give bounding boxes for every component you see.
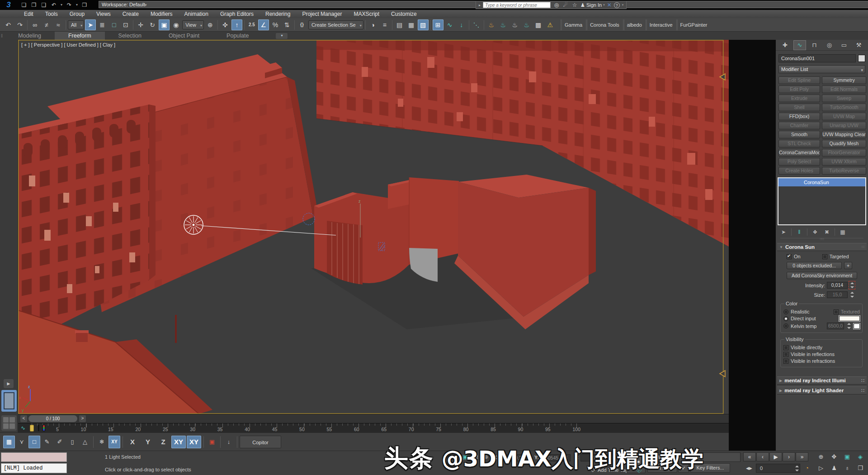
select-and-link-icon[interactable]: ∞ — [29, 19, 40, 30]
on-checkbox[interactable] — [787, 254, 792, 259]
direct-input-color-swatch[interactable] — [839, 316, 860, 321]
docked-toolbar-label[interactable]: Interactive — [646, 19, 673, 30]
ribbon-tab[interactable]: Selection — [105, 32, 155, 40]
modifier-button[interactable]: TurboReverse — [822, 167, 866, 175]
menu-item[interactable]: Customize — [385, 10, 423, 18]
viewport-layout-quad-button[interactable] — [1, 415, 17, 431]
3dsmax-logo-icon[interactable]: 3MAX — [2, 0, 15, 10]
modifier-button[interactable]: UVW Map — [822, 113, 866, 120]
undo-icon[interactable]: ↶ — [3, 19, 14, 30]
remove-modifier-icon[interactable]: ✖ — [823, 229, 831, 235]
modifier-button[interactable]: Edit Spline — [778, 76, 820, 84]
rendered-frame-window-icon[interactable]: ↓ — [456, 19, 467, 30]
kelvin-temp-radio[interactable] — [783, 323, 788, 328]
zoom-region-icon[interactable]: ◈ — [854, 452, 867, 461]
bind-to-space-warp-icon[interactable]: ≈ — [53, 19, 64, 30]
size-field[interactable]: 15,0 — [827, 291, 848, 298]
time-configuration-icon[interactable]: ◔ — [802, 464, 812, 473]
modifier-button[interactable]: Shell — [778, 104, 820, 111]
maxscript-listener-line[interactable]: [NLM] Loaded — [1, 463, 67, 473]
restrict-plane-cycle-button[interactable]: XY — [187, 436, 201, 448]
scene-explorer-icon[interactable]: ▤ — [394, 19, 405, 30]
default-in-tangent-icon[interactable]: ▯ — [66, 436, 78, 448]
docked-toolbar-label[interactable]: FurGPainter — [676, 19, 708, 30]
modifier-button[interactable]: Unwrap UVW — [822, 122, 866, 129]
open-file-icon[interactable]: ❐ — [30, 1, 38, 9]
render-setup-icon[interactable]: ♨ — [486, 19, 497, 30]
rectangular-selection-region-icon[interactable]: □ — [108, 19, 119, 30]
targeted-checkbox[interactable] — [822, 254, 827, 259]
modifier-button[interactable]: Extrude — [778, 95, 820, 102]
walk-through-icon[interactable]: ♟ — [828, 464, 840, 473]
next-frame-icon[interactable]: › — [783, 452, 795, 461]
modifier-stack-item[interactable]: CoronaSun — [778, 178, 865, 186]
separator[interactable] — [93, 436, 94, 448]
sign-in-button[interactable]: ♟Sign In▾ — [580, 2, 605, 8]
current-frame-field[interactable]: 0 — [756, 464, 800, 473]
named-selection-sets-icon[interactable]: {} — [297, 19, 307, 30]
default-out-tangent-icon[interactable]: △ — [79, 436, 91, 448]
select-by-name-icon[interactable]: ≣ — [97, 19, 108, 30]
communication-center-icon[interactable]: ☄ — [562, 2, 569, 8]
menu-item[interactable]: MAXScript — [348, 10, 385, 18]
exclude-add-button[interactable]: + — [844, 262, 852, 269]
zoom-icon[interactable]: ⊕ — [815, 452, 827, 461]
mirror-icon[interactable]: ◑ — [368, 19, 378, 30]
modifier-button[interactable]: Edit Poly — [778, 86, 820, 93]
selection-set-dropdown[interactable]: Create Selection Se — [308, 20, 363, 29]
previous-frame-icon[interactable]: ‹ — [756, 452, 769, 461]
modifier-button[interactable]: Symmetry — [822, 76, 866, 84]
window-crossing-icon[interactable]: ⊡ — [120, 19, 131, 30]
menu-item[interactable]: Tools — [39, 10, 64, 18]
ribbon-tab[interactable]: Modeling — [5, 32, 55, 40]
schematic-view-icon[interactable]: ⋱ — [471, 19, 482, 30]
hierarchy-tab-icon[interactable]: ⊓ — [809, 41, 821, 50]
frame-step-arrows-icon[interactable]: ◀▶ — [743, 464, 755, 473]
separator[interactable] — [27, 20, 28, 30]
next-frame-button[interactable]: > — [79, 415, 86, 422]
restrict-xy-plane-button[interactable]: XY — [171, 436, 186, 448]
separator[interactable] — [237, 436, 237, 448]
mini-curve-editor-icon[interactable]: ∿ — [21, 425, 25, 431]
collapsed-rollout-header[interactable]: ▶mental ray Light Shader∷ — [777, 386, 867, 394]
create-tab-icon[interactable]: ✚ — [779, 41, 791, 50]
percent-snap-icon[interactable]: % — [270, 19, 281, 30]
configure-modifier-sets-icon[interactable]: ▦ — [839, 229, 847, 235]
docked-toolbar-label[interactable]: albedo — [623, 19, 642, 30]
separator[interactable] — [133, 20, 133, 30]
modifier-button[interactable]: CoronaCameraMod — [778, 149, 820, 157]
corona-sun-rollout-header[interactable]: ▼Corona Sun∷ — [777, 243, 867, 251]
selection-filter-dropdown[interactable]: All — [68, 20, 84, 29]
modifier-button[interactable]: UVW Mapping Clear — [822, 131, 866, 138]
rollout-resize-handle[interactable]: ∷∷ — [780, 238, 863, 242]
modifier-button[interactable]: Chamfer — [778, 122, 820, 129]
kelvin-temp-field[interactable]: 6500,0 — [827, 323, 844, 329]
curve-editor-icon[interactable]: ⊞ — [433, 19, 443, 30]
make-unique-icon[interactable]: ❖ — [811, 229, 819, 235]
restrict-z-button[interactable]: Z — [156, 436, 170, 448]
quick-access-more-icon[interactable]: ▾ — [145, 3, 147, 7]
direct-input-radio[interactable] — [783, 316, 788, 321]
modifier-button[interactable]: Edit Normals — [822, 86, 866, 93]
axis-lock-xy-icon[interactable]: XY — [108, 436, 120, 448]
manage-scene-states-icon[interactable]: ▧ — [418, 19, 429, 30]
ribbon-tab[interactable]: Object Paint — [155, 32, 213, 40]
kelvin-temp-spinner[interactable] — [846, 323, 851, 329]
pin-stack-icon[interactable]: ➤ — [779, 229, 788, 235]
select-object-icon[interactable]: ➤ — [85, 19, 96, 30]
warning-icon[interactable]: ⚠ — [545, 19, 556, 30]
select-and-manipulate-icon[interactable]: ✜ — [220, 19, 231, 30]
utilities-tab-icon[interactable]: ⚒ — [853, 41, 865, 50]
search-collapse-icon[interactable]: ▸ — [479, 3, 481, 7]
modifier-button[interactable]: TurboSmooth — [822, 104, 866, 111]
separator[interactable] — [220, 436, 221, 448]
new-file-icon[interactable]: ❏ — [20, 1, 28, 9]
separator[interactable] — [392, 20, 392, 30]
intensity-spinner[interactable] — [849, 282, 854, 289]
render-frame-window-icon[interactable]: ♨ — [498, 19, 509, 30]
state-sets-icon[interactable]: ▩ — [533, 19, 544, 30]
separator[interactable] — [203, 436, 204, 448]
previous-frame-button[interactable]: < — [20, 415, 27, 422]
maximize-viewport-icon[interactable]: ❒ — [854, 464, 867, 473]
field-of-view-icon[interactable]: ▷ — [815, 464, 827, 473]
